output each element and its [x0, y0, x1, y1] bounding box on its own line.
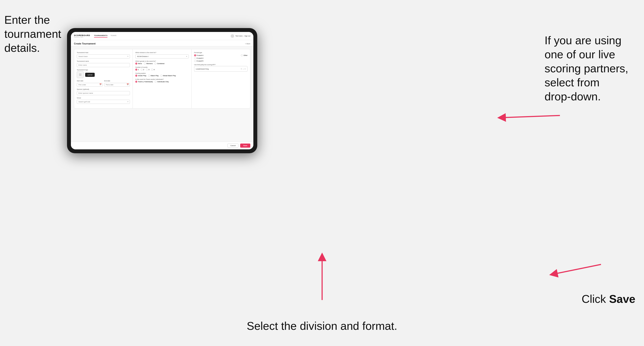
live-scoring-value: Leaderboard King	[196, 68, 209, 70]
live-scoring-input[interactable]: Leaderboard King ✕ | ▼	[194, 66, 248, 72]
upload-button[interactable]: Upload	[85, 73, 95, 77]
end-date-wrap: 📅	[104, 82, 130, 87]
radio-round-1-selected	[135, 69, 137, 71]
logo-upload-area: 🖼 Upload	[77, 71, 130, 78]
logo: SCOREBOARD Powered by Clipp'd	[74, 34, 90, 38]
radio-match	[148, 75, 150, 77]
tournament-host-input-wrap: ▼	[77, 54, 130, 58]
round-1[interactable]: 1	[135, 69, 139, 71]
venue-input[interactable]	[77, 100, 130, 104]
live-scoring-controls: ✕ | ▼	[240, 68, 246, 70]
gender-group: Which gender is the event for? Mens Wome…	[135, 60, 188, 65]
live-scoring-dropdown-icon[interactable]: ▼	[244, 68, 246, 70]
format-other[interactable]: Other	[241, 54, 248, 56]
format-6count4-label: 6 count 4	[197, 57, 204, 59]
radio-teams-selected	[135, 81, 137, 83]
calendar-icon-end: 📅	[127, 84, 129, 85]
live-scoring-divider: |	[243, 68, 244, 70]
annotation-top-right: If you are usingone of our livescoring p…	[544, 33, 640, 104]
sponsor-input[interactable]	[77, 91, 130, 95]
division-select[interactable]: NCAA Division I	[135, 54, 188, 58]
format-options-row: 5 count 4 6 count 4 6 count 5	[194, 54, 248, 62]
end-date-label: End date	[104, 80, 130, 82]
tournament-logo-label: Tournament logo	[77, 69, 130, 71]
teams-plus[interactable]: Teams (+Individuals)	[135, 81, 153, 83]
start-date-input[interactable]	[77, 83, 103, 87]
round-4-label: 4	[154, 69, 154, 71]
scoring-label: Scoring system	[135, 73, 188, 74]
division-label: Which division is the event for?	[135, 52, 188, 53]
end-date-input[interactable]	[104, 83, 130, 87]
scoring-stroke[interactable]: Stroke Play	[135, 75, 146, 77]
form-col-1: Tournament Host ▼ Tournament name	[74, 49, 133, 108]
radio-5count4-selected	[194, 54, 196, 56]
scoring-medal-label: Medal Match Play	[163, 75, 176, 77]
gender-combined[interactable]: Combined	[154, 63, 164, 65]
radio-combined	[154, 63, 156, 65]
gender-womens[interactable]: Womens	[144, 63, 152, 65]
start-date-group: Start date 📅	[77, 80, 103, 87]
tournament-name-label: Tournament name	[77, 60, 130, 62]
navbar: SCOREBOARD Powered by Clipp'd TOURNAMENT…	[71, 32, 253, 40]
scoring-radio-group: Stroke Play Match Play Medal Match Play	[135, 75, 188, 77]
venue-input-wrap: ▼	[77, 99, 130, 104]
scoring-stroke-label: Stroke Play	[138, 75, 146, 77]
calendar-icon-start: 📅	[100, 84, 102, 85]
search-icon: ▼	[127, 55, 129, 57]
teams-radio-group: Teams (+Individuals) Individuals Only	[135, 81, 188, 83]
tournament-host-input[interactable]	[77, 54, 130, 58]
tournament-name-input[interactable]	[77, 63, 130, 67]
form-footer: Cancel Save	[71, 142, 253, 149]
logo-sub: Powered by Clipp'd	[74, 36, 90, 38]
live-scoring-group: Use third-party live scoring API? Leader…	[194, 64, 248, 72]
format-options-left: 5 count 4 6 count 4 6 count 5	[194, 54, 204, 62]
tournament-name-group: Tournament name	[77, 60, 130, 67]
round-3-label: 3	[148, 69, 150, 71]
live-scoring-label: Use third-party live scoring API?	[194, 64, 248, 65]
format-5count4[interactable]: 5 count 4	[194, 54, 204, 56]
save-button[interactable]: Save	[240, 144, 250, 148]
signout-link[interactable]: Sign out	[244, 35, 250, 37]
round-4[interactable]: 4	[151, 69, 154, 71]
individuals-only[interactable]: Individuals Only	[154, 81, 168, 83]
rounds-label: Number of rounds	[135, 66, 188, 68]
radio-round-3	[146, 69, 148, 71]
date-fields: Start date 📅 End date 📅	[77, 80, 130, 87]
division-select-wrap: NCAA Division I ▼	[135, 54, 188, 58]
gender-label: Which gender is the event for?	[135, 60, 188, 62]
scoring-match[interactable]: Match Play	[148, 75, 159, 77]
radio-stroke-selected	[135, 75, 137, 77]
format-other-label: Other	[244, 54, 248, 56]
gender-mens[interactable]: Mens	[135, 63, 142, 65]
live-scoring-clear-icon[interactable]: ✕	[240, 68, 242, 70]
format-6count4[interactable]: 6 count 4	[194, 57, 204, 59]
radio-round-4	[151, 69, 153, 71]
back-button[interactable]: < Back	[245, 43, 250, 45]
radio-womens	[144, 63, 146, 65]
nav-tournaments[interactable]: TOURNAMENTS	[94, 34, 108, 37]
round-3[interactable]: 3	[146, 69, 150, 71]
form-grid: Tournament Host ▼ Tournament name	[74, 49, 250, 109]
logo-main: SCOREBOARD	[74, 34, 90, 36]
sponsor-group: Sponsor (optional)	[77, 88, 130, 95]
tablet-frame: SCOREBOARD Powered by Clipp'd TOURNAMENT…	[67, 28, 257, 153]
scoring-medal[interactable]: Medal Match Play	[160, 75, 176, 77]
format-6count5[interactable]: 6 count 5	[194, 60, 204, 62]
nav-teams[interactable]: TEAMS	[110, 34, 116, 37]
gender-radio-group: Mens Womens Combined	[135, 63, 188, 65]
tablet-screen: SCOREBOARD Powered by Clipp'd TOURNAMENT…	[71, 32, 253, 149]
page-title: Create Tournament	[74, 42, 96, 45]
cancel-button[interactable]: Cancel	[228, 144, 238, 148]
round-1-label: 1	[138, 69, 139, 71]
form-col-2: Which division is the event for? NCAA Di…	[133, 49, 191, 108]
sponsor-label: Sponsor (optional)	[77, 88, 130, 90]
venue-label: Venue	[77, 97, 130, 99]
radio-individuals	[154, 81, 156, 83]
round-2[interactable]: 2	[141, 69, 144, 71]
scoring-group: Scoring system Stroke Play Match Play	[135, 73, 188, 77]
scoring-match-label: Match Play	[151, 75, 159, 77]
radio-mens-selected	[135, 63, 137, 65]
annotation-bottom-right: Click Save	[582, 292, 635, 306]
tournament-host-group: Tournament Host ▼	[77, 52, 130, 58]
individuals-label: Individuals Only	[157, 81, 168, 83]
